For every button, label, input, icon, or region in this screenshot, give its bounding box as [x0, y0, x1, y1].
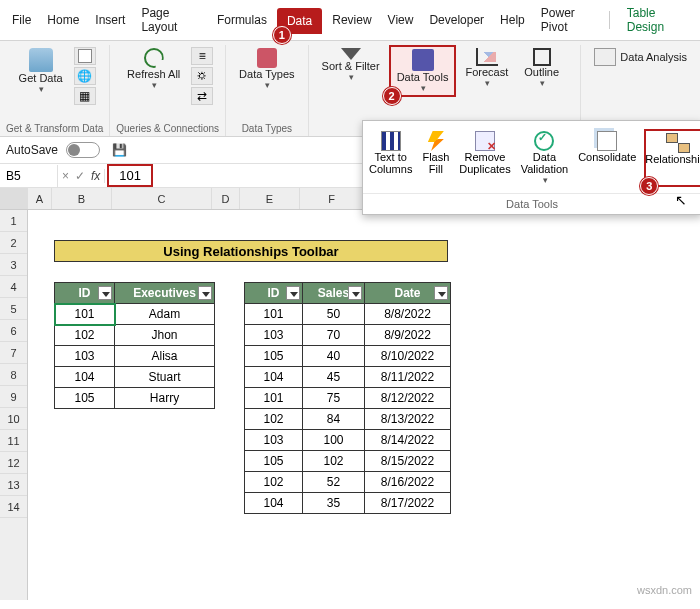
text-to-columns-button[interactable]: Text to Columns: [367, 129, 414, 187]
row-header[interactable]: 1: [0, 210, 27, 232]
cell[interactable]: 8/9/2022: [365, 325, 451, 346]
tab-developer[interactable]: Developer: [421, 7, 492, 33]
table-row[interactable]: 101758/12/2022: [245, 388, 451, 409]
cell[interactable]: Jhon: [115, 325, 215, 346]
refresh-all-button[interactable]: Refresh All▾: [120, 45, 187, 93]
row-header[interactable]: 6: [0, 320, 27, 342]
outline-button[interactable]: Outline▾: [517, 45, 566, 91]
table-row[interactable]: 103Alisa: [55, 346, 215, 367]
tab-page-layout[interactable]: Page Layout: [133, 0, 209, 40]
enter-icon[interactable]: ✓: [75, 169, 85, 183]
cell[interactable]: 104: [245, 367, 303, 388]
cell[interactable]: 8/10/2022: [365, 346, 451, 367]
sort-filter-button[interactable]: Sort & Filter▾: [315, 45, 387, 85]
cell[interactable]: 84: [303, 409, 365, 430]
cell[interactable]: 102: [245, 409, 303, 430]
table-row[interactable]: 104Stuart: [55, 367, 215, 388]
table-row[interactable]: 101Adam: [55, 304, 215, 325]
sheet-title-cell[interactable]: Using Relationships Toolbar: [54, 240, 448, 262]
cell[interactable]: 102: [55, 325, 115, 346]
col-header-c[interactable]: C: [112, 188, 212, 209]
from-text-button[interactable]: [74, 47, 96, 65]
cell[interactable]: 103: [245, 325, 303, 346]
tab-data[interactable]: Data 1: [277, 8, 322, 34]
th-sales[interactable]: Sales: [303, 283, 365, 304]
cell[interactable]: 8/13/2022: [365, 409, 451, 430]
from-table-button[interactable]: ▦: [74, 87, 96, 105]
cell[interactable]: 105: [55, 388, 115, 409]
cell[interactable]: 8/12/2022: [365, 388, 451, 409]
row-header[interactable]: 13: [0, 474, 27, 496]
cell[interactable]: 105: [245, 451, 303, 472]
cell[interactable]: 8/17/2022: [365, 493, 451, 514]
tab-help[interactable]: Help: [492, 7, 533, 33]
row-header[interactable]: 9: [0, 386, 27, 408]
row-header[interactable]: 11: [0, 430, 27, 452]
th-date[interactable]: Date: [365, 283, 451, 304]
data-types-button[interactable]: Data Types▾: [232, 45, 301, 93]
cell[interactable]: 35: [303, 493, 365, 514]
get-data-button[interactable]: Get Data▾: [12, 45, 70, 97]
col-header-a[interactable]: A: [28, 188, 52, 209]
cell[interactable]: 75: [303, 388, 365, 409]
table-row[interactable]: 102528/16/2022: [245, 472, 451, 493]
row-header[interactable]: 3: [0, 254, 27, 276]
from-web-button[interactable]: 🌐: [74, 67, 96, 85]
cell[interactable]: 8/14/2022: [365, 430, 451, 451]
cell[interactable]: 8/8/2022: [365, 304, 451, 325]
data-tools-button[interactable]: Data Tools▾ 2: [389, 45, 457, 97]
data-validation-button[interactable]: Data Validation▾: [519, 129, 571, 187]
cell[interactable]: 103: [245, 430, 303, 451]
table-row[interactable]: 105408/10/2022: [245, 346, 451, 367]
row-header[interactable]: 4: [0, 276, 27, 298]
cell[interactable]: 101: [55, 304, 115, 325]
formula-input[interactable]: 101: [107, 164, 153, 187]
row-header[interactable]: 8: [0, 364, 27, 386]
tab-review[interactable]: Review: [324, 7, 379, 33]
table-row[interactable]: 105Harry: [55, 388, 215, 409]
row-header[interactable]: 14: [0, 496, 27, 518]
col-header-e[interactable]: E: [240, 188, 300, 209]
data-analysis-button[interactable]: Data Analysis: [587, 45, 694, 69]
th-id[interactable]: ID: [245, 283, 303, 304]
row-header[interactable]: 5: [0, 298, 27, 320]
tab-home[interactable]: Home: [39, 7, 87, 33]
tab-table-design[interactable]: Table Design: [619, 0, 696, 40]
cell[interactable]: 8/11/2022: [365, 367, 451, 388]
remove-duplicates-button[interactable]: Remove Duplicates: [457, 129, 512, 187]
cell[interactable]: 50: [303, 304, 365, 325]
cell[interactable]: 70: [303, 325, 365, 346]
filter-dropdown-icon[interactable]: [434, 286, 448, 300]
queries-button[interactable]: ≡: [191, 47, 213, 65]
filter-dropdown-icon[interactable]: [348, 286, 362, 300]
cell[interactable]: 102: [303, 451, 365, 472]
cell[interactable]: 45: [303, 367, 365, 388]
row-header[interactable]: 7: [0, 342, 27, 364]
cell[interactable]: Adam: [115, 304, 215, 325]
cell[interactable]: 105: [245, 346, 303, 367]
table-row[interactable]: 101508/8/2022: [245, 304, 451, 325]
table-row[interactable]: 103708/9/2022: [245, 325, 451, 346]
table-row[interactable]: 104358/17/2022: [245, 493, 451, 514]
tab-power-pivot[interactable]: Power Pivot: [533, 0, 606, 40]
cell[interactable]: 40: [303, 346, 365, 367]
row-header[interactable]: 10: [0, 408, 27, 430]
cell[interactable]: Stuart: [115, 367, 215, 388]
save-button[interactable]: 💾: [108, 141, 130, 159]
flash-fill-button[interactable]: Flash Fill: [420, 129, 451, 187]
cell[interactable]: 101: [245, 304, 303, 325]
cell[interactable]: 104: [55, 367, 115, 388]
cell[interactable]: 8/15/2022: [365, 451, 451, 472]
cell[interactable]: 101: [245, 388, 303, 409]
table-row[interactable]: 1031008/14/2022: [245, 430, 451, 451]
filter-dropdown-icon[interactable]: [286, 286, 300, 300]
filter-dropdown-icon[interactable]: [198, 286, 212, 300]
col-header-f[interactable]: F: [300, 188, 364, 209]
tab-file[interactable]: File: [4, 7, 39, 33]
name-box[interactable]: B5: [0, 165, 58, 187]
cell-grid[interactable]: Using Relationships Toolbar ID Executive…: [28, 210, 700, 600]
col-header-b[interactable]: B: [52, 188, 112, 209]
cell[interactable]: Alisa: [115, 346, 215, 367]
table-row[interactable]: 1051028/15/2022: [245, 451, 451, 472]
cell[interactable]: 102: [245, 472, 303, 493]
